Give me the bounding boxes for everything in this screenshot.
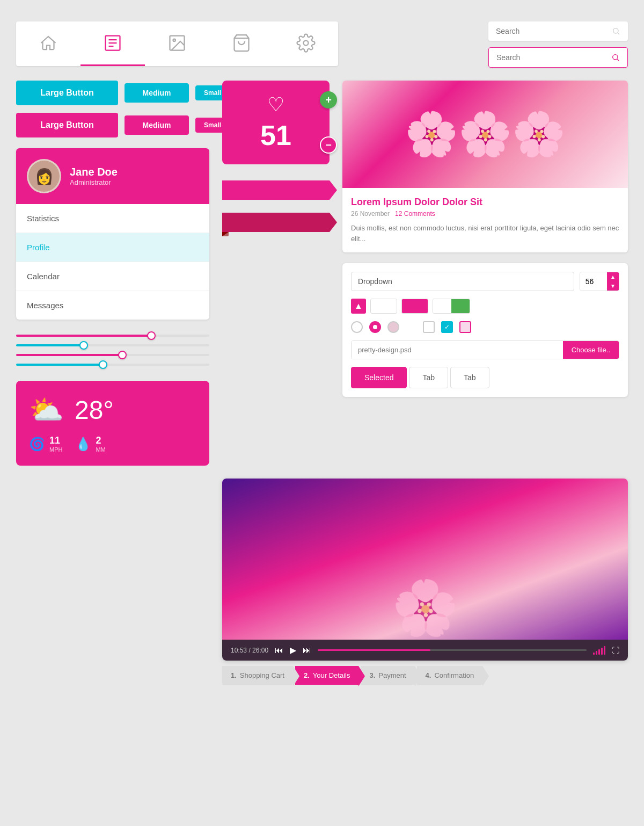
tab-2[interactable]: Tab <box>450 367 489 388</box>
weather-card: ⛅ 28° 🌀 11 MPH 💧 2 <box>16 381 209 466</box>
medium-button-pink[interactable]: Medium <box>125 115 189 135</box>
btn-row-pink: Large Button Medium Small <box>16 113 209 137</box>
menu-item-calendar[interactable]: Calendar <box>16 262 209 291</box>
step-your-details[interactable]: 2. Your Details <box>295 666 358 685</box>
dropdown-select[interactable]: Dropdown <box>351 272 574 291</box>
color-swatch-white[interactable] <box>370 299 397 314</box>
slider-4[interactable] <box>16 364 209 366</box>
color-up-button[interactable]: ▲ <box>351 299 366 314</box>
search-icon-1 <box>612 27 620 35</box>
sliders-section <box>16 330 209 370</box>
wind-icon: 🌀 <box>29 437 45 452</box>
radio-row <box>351 321 619 333</box>
fullscreen-button[interactable]: ⛶ <box>612 646 619 655</box>
file-name-display: pretty-design.psd <box>352 341 563 359</box>
user-card-header: 👩 Jane Doe Administrator <box>16 148 209 204</box>
blog-excerpt: Duis mollis, est non commodo luctus, nis… <box>351 223 619 244</box>
vol-bar-4 <box>601 648 603 655</box>
radio-unchecked-2[interactable] <box>387 321 399 333</box>
color-swatch-pink[interactable] <box>401 299 428 314</box>
step-confirmation[interactable]: 4. Confirmation <box>417 666 483 685</box>
step-4-label: Confirmation <box>434 671 474 679</box>
top-row <box>16 21 628 68</box>
bottom-row: 🌸 10:53 / 26:00 ⏮ ▶ ⏭ <box>16 479 628 685</box>
svg-line-9 <box>618 33 619 34</box>
tab-gallery[interactable] <box>145 21 209 66</box>
like-minus-button[interactable]: − <box>320 136 337 154</box>
medium-button-teal[interactable]: Medium <box>125 83 189 103</box>
video-screen[interactable]: 🌸 <box>222 479 628 640</box>
video-progress[interactable] <box>318 649 587 651</box>
step-payment[interactable]: 3. Payment <box>361 666 414 685</box>
total-time: 26:00 <box>252 647 268 654</box>
choose-file-button[interactable]: Choose file.. <box>563 341 619 359</box>
search-box-1[interactable] <box>488 21 628 41</box>
checkbox-checked[interactable] <box>441 321 453 333</box>
left-col: Large Button Medium Small Large Button M… <box>16 81 209 466</box>
checkbox-pink[interactable] <box>459 321 471 333</box>
tab-news[interactable] <box>80 21 145 66</box>
search-input-1[interactable] <box>496 27 608 35</box>
number-input-box: ▲ ▼ <box>580 272 619 291</box>
tree-decoration: 🌸 <box>222 576 628 640</box>
menu-item-profile[interactable]: Profile <box>16 233 209 262</box>
wind-speed: 11 <box>49 435 62 446</box>
flower-decoration: 🌸🌸🌸 <box>342 81 628 188</box>
buttons-section: Large Button Medium Small Large Button M… <box>16 81 209 137</box>
radio-unchecked-1[interactable] <box>351 321 363 333</box>
blog-image: 🌸🌸🌸 <box>342 81 628 188</box>
color-swatch-split[interactable] <box>433 299 470 314</box>
step-2-label: Your Details <box>313 671 350 679</box>
avatar: 👩 <box>27 159 61 193</box>
form-controls: Dropdown ▲ ▼ ▲ <box>342 263 628 397</box>
search-input-2[interactable] <box>496 53 607 62</box>
checkbox-unchecked[interactable] <box>423 321 435 333</box>
tab-home[interactable] <box>16 21 80 66</box>
dropdown-row: Dropdown ▲ ▼ <box>351 272 619 291</box>
number-input[interactable] <box>580 272 607 291</box>
tab-shop[interactable] <box>209 21 274 66</box>
tab-selected[interactable]: Selected <box>351 367 407 388</box>
search-box-2[interactable] <box>488 47 628 68</box>
svg-point-7 <box>304 41 309 46</box>
radio-checked[interactable] <box>369 321 381 333</box>
weather-temperature: 28° <box>75 395 114 425</box>
step-2-num: 2. <box>304 671 310 679</box>
ribbons-section <box>222 180 330 236</box>
slider-2[interactable] <box>16 344 209 346</box>
color-swatches-row: ▲ <box>351 299 619 314</box>
forward-button[interactable]: ⏭ <box>303 646 311 655</box>
large-button-pink[interactable]: Large Button <box>16 113 118 137</box>
blog-comments-link[interactable]: 12 Comments <box>395 210 435 218</box>
menu-item-messages[interactable]: Messages <box>16 291 209 320</box>
tabs-row: Selected Tab Tab <box>351 367 619 388</box>
user-card: 👩 Jane Doe Administrator Statistics Prof… <box>16 148 209 320</box>
svg-point-5 <box>173 39 176 42</box>
right-col: 🌸🌸🌸 Lorem Ipsum Dolor Dolor Sit 26 Novem… <box>342 81 628 397</box>
ribbon-1 <box>222 180 330 200</box>
ribbon-2 <box>222 213 330 232</box>
step-3-label: Payment <box>378 671 406 679</box>
tab-1[interactable]: Tab <box>409 367 448 388</box>
step-shopping-cart[interactable]: 1. Shopping Cart <box>222 666 293 685</box>
menu-item-statistics[interactable]: Statistics <box>16 204 209 233</box>
middle-row: Large Button Medium Small Large Button M… <box>16 81 628 466</box>
spin-down-button[interactable]: ▼ <box>607 281 619 291</box>
current-time: 10:53 <box>231 647 247 654</box>
user-role: Administrator <box>70 178 118 186</box>
number-spinner: ▲ ▼ <box>607 272 619 291</box>
play-back-button[interactable]: ⏮ <box>275 646 283 655</box>
svg-point-10 <box>613 55 618 60</box>
user-info: Jane Doe Administrator <box>70 166 118 186</box>
large-button-teal[interactable]: Large Button <box>16 81 118 105</box>
svg-point-8 <box>613 28 618 33</box>
vol-bar-5 <box>604 646 605 655</box>
slider-1[interactable] <box>16 335 209 337</box>
slider-3[interactable] <box>16 354 209 356</box>
blog-date: 26 November <box>351 210 390 218</box>
tab-settings[interactable] <box>274 21 338 66</box>
like-plus-button[interactable]: + <box>320 91 337 108</box>
spin-up-button[interactable]: ▲ <box>607 272 619 281</box>
file-input-row: pretty-design.psd Choose file.. <box>351 340 619 359</box>
play-button[interactable]: ▶ <box>290 645 296 655</box>
